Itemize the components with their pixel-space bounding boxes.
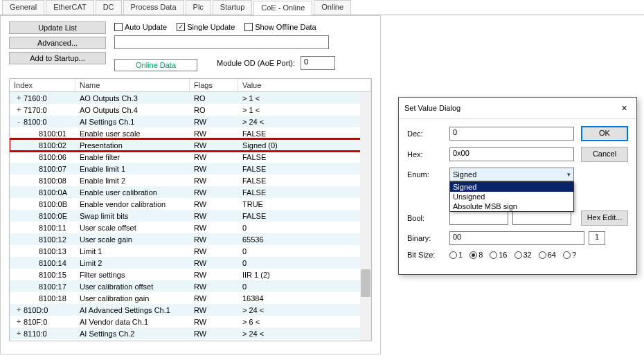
dec-label: Dec: — [407, 129, 445, 138]
tab-dc[interactable]: DC — [96, 0, 122, 15]
table-row[interactable]: 8100:01Enable user scaleRWFALSE — [10, 127, 371, 139]
hex-label: Hex: — [407, 150, 445, 159]
object-dictionary-table: Index Name Flags Value +7160:0AO Outputs… — [9, 78, 372, 341]
set-value-dialog: Set Value Dialog ✕ Dec: 0 OK Hex: 0x00 C… — [398, 97, 637, 275]
cancel-button[interactable]: Cancel — [581, 147, 628, 162]
enum-option[interactable]: Absolute MSB sign — [450, 201, 573, 211]
scrollbar-thumb[interactable] — [361, 269, 370, 297]
table-row[interactable]: 8100:11User scale offsetRW0 — [10, 222, 371, 233]
bitsize-radio-8[interactable]: 8 — [469, 251, 483, 259]
expand-icon[interactable]: + — [14, 317, 24, 326]
expand-icon[interactable]: + — [14, 329, 24, 338]
col-index[interactable]: Index — [10, 79, 75, 91]
table-row[interactable]: 8100:06Enable filterRWFALSE — [10, 151, 371, 163]
table-row[interactable]: +810F:0AI Vendor data Ch.1RW> 6 < — [10, 316, 371, 327]
binary-bytes[interactable]: 1 — [589, 231, 605, 245]
dialog-title: Set Value Dialog — [404, 104, 460, 112]
table-row[interactable]: 8100:0AEnable user calibrationRWFALSE — [10, 186, 371, 198]
advanced-button[interactable]: Advanced... — [9, 37, 106, 49]
enum-option[interactable]: Unsigned — [450, 192, 573, 201]
table-row[interactable]: -8100:0AI Settings Ch.1RW> 24 < — [10, 116, 371, 127]
bitsize-radio-64[interactable]: 64 — [539, 251, 556, 259]
table-row[interactable]: +810D:0AI Advanced Settings Ch.1RW> 24 < — [10, 304, 371, 316]
col-flags[interactable]: Flags — [190, 79, 238, 91]
binary-input[interactable]: 00 — [449, 231, 584, 245]
tab-ethercat[interactable]: EtherCAT — [46, 0, 93, 15]
ok-button[interactable]: OK — [581, 126, 628, 141]
tab-coe-online[interactable]: CoE - Online — [253, 1, 312, 15]
bitsize-radio-16[interactable]: 16 — [490, 251, 507, 259]
module-od-input[interactable]: 0 — [301, 56, 335, 70]
binary-label: Binary: — [407, 234, 445, 242]
enum-combobox[interactable]: Signed ▾ — [449, 168, 574, 181]
auto-update-checkbox[interactable]: Auto Update — [114, 23, 167, 31]
col-value[interactable]: Value — [238, 79, 371, 91]
enum-label: Enum: — [407, 170, 445, 179]
coe-online-panel: Update List Advanced... Add to Startup..… — [0, 15, 381, 354]
expand-icon[interactable]: + — [14, 93, 24, 102]
online-data-indicator: Online Data — [114, 59, 197, 71]
status-input[interactable] — [114, 35, 329, 49]
tab-startup[interactable]: Startup — [213, 0, 252, 15]
table-row[interactable]: +7160:0AO Outputs Ch.3RO> 1 < — [10, 92, 371, 104]
tab-process-data[interactable]: Process Data — [123, 0, 184, 15]
table-row[interactable]: 8100:17User calibration offsetRW0 — [10, 280, 371, 292]
enum-option[interactable]: Signed — [450, 182, 573, 192]
chevron-down-icon: ▾ — [567, 171, 571, 178]
col-name[interactable]: Name — [75, 79, 190, 91]
tab-plc[interactable]: Plc — [186, 0, 211, 15]
hex-input[interactable]: 0x00 — [449, 147, 574, 161]
add-to-startup-button[interactable]: Add to Startup... — [9, 52, 106, 64]
table-row[interactable]: 8100:14Limit 2RW0 — [10, 257, 371, 269]
update-list-button[interactable]: Update List — [9, 21, 106, 34]
table-row[interactable]: 8100:18User calibration gainRW16384 — [10, 292, 371, 304]
table-row[interactable]: 8100:02PresentationRWSigned (0) — [10, 139, 371, 151]
bitsize-label: Bit Size: — [407, 251, 445, 259]
expand-icon[interactable]: + — [14, 305, 24, 314]
show-offline-checkbox[interactable]: Show Offline Data — [244, 23, 316, 31]
bitsize-radio-?[interactable]: ? — [563, 251, 576, 259]
bitsize-radio-32[interactable]: 32 — [515, 251, 532, 259]
module-od-label: Module OD (AoE Port): — [217, 59, 295, 67]
bitsize-radio-1[interactable]: 1 — [449, 251, 463, 259]
table-row[interactable]: +7170:0AO Outputs Ch.4RO> 1 < — [10, 104, 371, 116]
table-row[interactable]: +8110:0AI Settings Ch.2RW> 24 < — [10, 327, 371, 339]
bool-0-button[interactable] — [449, 211, 508, 225]
table-row[interactable]: 8100:08Enable limit 2RWFALSE — [10, 174, 371, 186]
table-row[interactable]: 8100:12User scale gainRW65536 — [10, 233, 371, 245]
table-row[interactable]: 8100:0BEnable vendor calibrationRWTRUE — [10, 198, 371, 210]
dec-input[interactable]: 0 — [449, 127, 574, 141]
tab-online[interactable]: Online — [314, 0, 351, 15]
expand-icon[interactable]: - — [14, 117, 24, 126]
table-row[interactable]: 8100:0ESwap limit bitsRWFALSE — [10, 210, 371, 222]
table-row[interactable]: 8100:13Limit 1RW0 — [10, 245, 371, 257]
scrollbar[interactable] — [360, 93, 371, 341]
tab-general[interactable]: General — [2, 0, 44, 15]
bool-label: Bool: — [407, 214, 445, 222]
hex-edit-button[interactable]: Hex Edit... — [581, 210, 628, 226]
table-row[interactable]: 8100:07Enable limit 1RWFALSE — [10, 163, 371, 174]
close-icon[interactable]: ✕ — [617, 101, 631, 115]
table-row[interactable]: 8100:15Filter settingsRWIIR 1 (2) — [10, 269, 371, 280]
expand-icon[interactable]: + — [14, 105, 24, 114]
bool-1-button[interactable] — [512, 211, 571, 225]
enum-dropdown: SignedUnsignedAbsolute MSB sign — [449, 181, 574, 212]
single-update-checkbox[interactable]: Single Update — [177, 23, 235, 31]
